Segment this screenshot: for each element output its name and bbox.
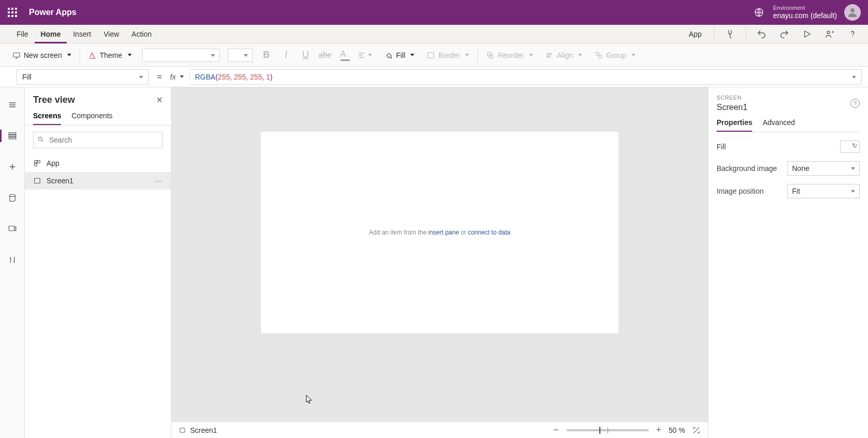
zoom-in-button[interactable]: +: [656, 425, 662, 435]
prop-imgpos-label: Image position: [717, 187, 782, 195]
redo-icon[interactable]: [775, 25, 794, 43]
environment-name: enayu.com (default): [773, 11, 837, 20]
font-size-dropdown[interactable]: [228, 49, 253, 62]
play-icon[interactable]: [798, 25, 816, 43]
app-checker-icon[interactable]: [721, 25, 739, 43]
status-bar: Screen1 − + 50 %: [172, 421, 708, 438]
connect-data-link[interactable]: connect to data: [468, 229, 510, 236]
undo-icon[interactable]: [752, 25, 771, 43]
align-objects-icon: [546, 51, 554, 59]
menu-file[interactable]: File: [10, 25, 35, 43]
body: Tree view ✕ Screens Components App Scree…: [0, 87, 868, 438]
tree-item-app[interactable]: App: [25, 154, 171, 172]
text-align-button[interactable]: [355, 44, 375, 66]
group-label: Group: [606, 51, 626, 59]
zoom-slider[interactable]: [566, 429, 649, 431]
svg-rect-5: [13, 53, 20, 57]
group-button[interactable]: Group: [588, 44, 642, 66]
app-launcher-icon[interactable]: [7, 7, 18, 18]
underline-button[interactable]: U: [296, 44, 316, 66]
svg-point-3: [827, 31, 830, 34]
prop-fill-swatch[interactable]: [840, 140, 860, 153]
app-title: Power Apps: [29, 8, 76, 17]
menu-insert[interactable]: Insert: [67, 25, 97, 43]
insert-pane-link[interactable]: insert pane: [428, 229, 459, 236]
theme-button[interactable]: Theme: [82, 44, 138, 66]
svg-rect-22: [35, 178, 40, 183]
tree-item-label: Screen1: [47, 177, 73, 185]
app-icon: [33, 159, 41, 167]
screen-icon: [179, 427, 186, 434]
zoom-value: 50 %: [669, 426, 685, 434]
prop-imgpos-select[interactable]: Fit: [787, 184, 860, 198]
prop-bg-select[interactable]: None: [787, 161, 860, 176]
menu-home[interactable]: Home: [35, 25, 67, 43]
info-icon[interactable]: ?: [850, 99, 860, 108]
rail-advanced-tools-icon[interactable]: [0, 249, 25, 270]
app-object-button[interactable]: App: [683, 30, 708, 38]
tab-screens[interactable]: Screens: [33, 112, 61, 125]
canvas-screen[interactable]: Add an item from the insert pane or conn…: [261, 132, 618, 333]
close-icon[interactable]: ✕: [156, 95, 163, 105]
environment-icon[interactable]: [752, 6, 766, 19]
property-selector[interactable]: Fill: [17, 69, 149, 85]
font-color-button[interactable]: A: [335, 44, 355, 66]
svg-point-16: [9, 194, 15, 197]
tab-properties[interactable]: Properties: [717, 118, 752, 132]
fit-screen-icon[interactable]: [692, 426, 701, 434]
bold-button[interactable]: B: [257, 44, 276, 66]
user-avatar[interactable]: [844, 4, 861, 21]
rail-hamburger-icon[interactable]: [0, 95, 25, 115]
italic-button[interactable]: I: [276, 44, 296, 66]
property-selector-label: Fill: [22, 73, 32, 81]
rail-data-icon[interactable]: [0, 187, 25, 208]
left-rail: [0, 87, 25, 438]
tree-item-screen1[interactable]: Screen1 ···: [25, 172, 171, 190]
border-icon: [427, 51, 435, 59]
rail-insert-icon[interactable]: [0, 157, 25, 177]
svg-rect-14: [9, 135, 16, 137]
rail-tree-view-icon[interactable]: [0, 126, 25, 146]
formula-bar: Fill = fx RGBA(255, 255, 255, 1): [0, 67, 868, 87]
svg-point-1: [850, 8, 855, 12]
fill-button[interactable]: Fill: [375, 44, 421, 66]
border-button[interactable]: Border: [421, 44, 475, 66]
tree-view-title: Tree view: [33, 95, 156, 105]
search-input[interactable]: [33, 132, 163, 148]
status-crumb[interactable]: Screen1: [190, 426, 217, 434]
separator: [477, 48, 478, 63]
svg-rect-11: [596, 52, 599, 55]
svg-rect-21: [35, 164, 37, 166]
svg-rect-20: [38, 161, 40, 163]
ribbon: New screen Theme B I U abc A Fill Border…: [0, 44, 868, 67]
search-icon: [37, 136, 44, 143]
reorder-label: Reorder: [498, 51, 524, 59]
menu-view[interactable]: View: [97, 25, 125, 43]
formula-input[interactable]: RGBA(255, 255, 255, 1): [190, 69, 862, 85]
svg-rect-23: [180, 428, 184, 432]
fill-label: Fill: [396, 51, 406, 59]
share-icon[interactable]: [820, 25, 839, 43]
tab-advanced[interactable]: Advanced: [763, 118, 795, 132]
align-button[interactable]: Align: [539, 44, 588, 66]
strikethrough-button[interactable]: abc: [316, 44, 335, 66]
zoom-out-button[interactable]: −: [553, 425, 559, 435]
tab-components[interactable]: Components: [71, 112, 112, 125]
tree-item-label: App: [47, 159, 59, 167]
font-family-dropdown[interactable]: [142, 49, 220, 62]
tree-search: [33, 132, 163, 148]
title-bar: Power Apps Environment enayu.com (defaul…: [0, 0, 868, 25]
new-screen-button[interactable]: New screen: [6, 44, 78, 66]
environment-selector[interactable]: Environment enayu.com (default): [773, 5, 837, 20]
new-screen-label: New screen: [24, 51, 62, 59]
tree-view-panel: Tree view ✕ Screens Components App Scree…: [25, 87, 172, 438]
border-label: Border: [438, 51, 460, 59]
rail-media-icon[interactable]: [0, 218, 25, 239]
reorder-button[interactable]: Reorder: [480, 44, 539, 66]
fx-button[interactable]: fx: [170, 73, 190, 81]
svg-rect-17: [9, 226, 14, 231]
svg-marker-2: [805, 31, 811, 37]
more-icon[interactable]: ···: [155, 177, 163, 185]
help-icon[interactable]: [843, 25, 862, 43]
menu-action[interactable]: Action: [126, 25, 158, 43]
